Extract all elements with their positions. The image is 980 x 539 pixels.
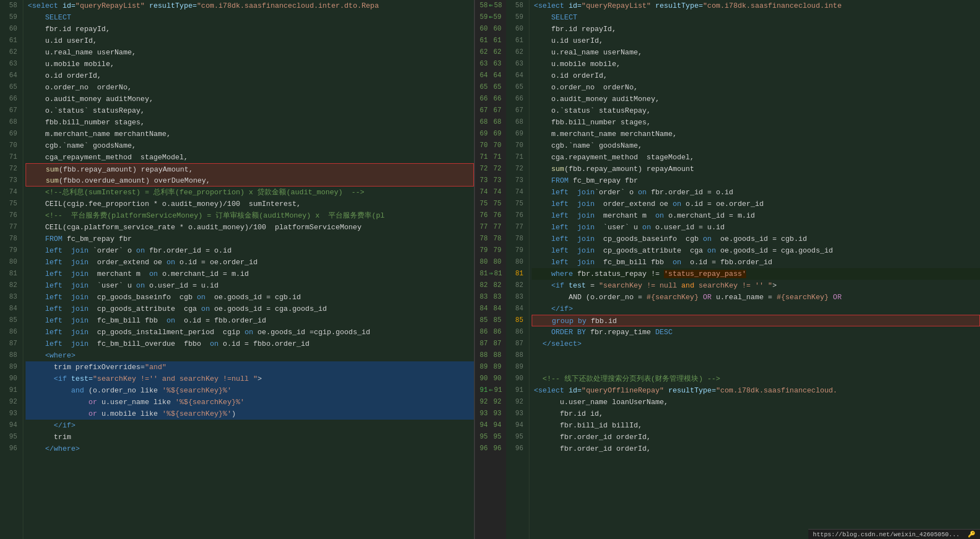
left-line-71: cga_repayment_method stageModel,	[26, 152, 474, 163]
right-line-66: o.audit_money auditMoney,	[532, 93, 980, 105]
right-line-85: group by fbb.id	[532, 315, 980, 326]
left-line-66: o.audit_money auditMoney,	[26, 93, 474, 105]
right-line-91: <select id="queryOfflineRepay" resultTyp…	[532, 385, 980, 396]
right-line-81: where fbr.status_repay != 'status_repay_…	[532, 268, 980, 280]
left-code-lines: <select id="queryRepayList" resultType="…	[23, 0, 474, 539]
left-line-78: FROM fc_bm_repay fbr	[26, 233, 474, 245]
right-line-83: AND (o.order_no = #{searchKey} OR u.real…	[532, 291, 980, 303]
right-pane: 58 59 60 61 62 63 64 65 66 67 68 69 70 7…	[506, 0, 980, 539]
left-line-79: left join `order` o on fbr.order_id = o.…	[26, 245, 474, 256]
left-line-77: CEIL(cga.platform_service_rate * o.audit…	[26, 221, 474, 233]
left-line-61: u.id userId,	[26, 35, 474, 47]
left-line-84: left join cp_goods_attribute cga on oe.g…	[26, 303, 474, 315]
left-line-83: left join cp_goods_baseinfo cgb on oe.go…	[26, 291, 474, 303]
right-line-92: u.user_name loanUserName,	[532, 396, 980, 408]
right-line-90: <!-- 线下还款处理搜索分页列表(财务管理模块) -->	[532, 373, 980, 385]
status-url: https://blog.csdn.net/weixin_42605050...	[813, 531, 959, 538]
right-code-lines: <select id="queryRepayList" resultType="…	[529, 0, 980, 539]
left-line-95: trim	[26, 431, 474, 443]
right-line-77: left join `user` u on o.user_id = u.id	[532, 221, 980, 233]
right-line-76: left join merchant m on o.merchant_id = …	[532, 210, 980, 221]
left-line-63: u.mobile mobile,	[26, 58, 474, 70]
left-line-74: <!--总利息(sumInterest) = 总利率(fee_proportio…	[26, 187, 474, 198]
left-line-64: o.id orderId,	[26, 70, 474, 82]
center-numbers-panel: 58⇐ ⇐58 5959 6060 6161 6262 6363 6464 65…	[475, 0, 506, 539]
left-line-91: and (o.order_no like '%${searchKey}%'	[26, 385, 474, 396]
right-line-78: left join cp_goods_baseinfo cgb on oe.go…	[532, 233, 980, 245]
right-line-82: <if test = "searchKey != null and search…	[532, 280, 980, 291]
left-line-67: o.`status` statusRepay,	[26, 105, 474, 117]
left-line-59: SELECT	[26, 12, 474, 23]
editor-container: 58 59 60 61 62 63 64 65 66 67 68 69 70 7…	[0, 0, 980, 539]
left-line-73: sum(fbbo.overdue_amount) overDueMoney,	[26, 175, 474, 187]
right-line-96: fbr.order_id orderId,	[532, 443, 980, 455]
right-line-62: u.real_name userName,	[532, 47, 980, 58]
left-line-numbers: 58 59 60 61 62 63 64 65 66 67 68 69 70 7…	[0, 0, 23, 539]
right-line-69: m.merchant_name merchantName,	[532, 128, 980, 140]
right-line-95: fbr.order_id orderId,	[532, 431, 980, 443]
left-line-69: m.merchant_name merchantName,	[26, 128, 474, 140]
right-line-94: fbr.bill_id billId,	[532, 420, 980, 431]
left-line-76: <!-- 平台服务费(platformServiceMoney) = 订单审核金…	[26, 210, 474, 221]
right-line-68: fbb.bill_number stages,	[532, 117, 980, 128]
right-line-60: fbr.id repayId,	[532, 23, 980, 35]
right-line-79: left join cp_goods_attribute cga on oe.g…	[532, 245, 980, 256]
left-line-86: left join cp_goods_installment_period cg…	[26, 326, 474, 338]
left-line-75: CEIL(cgip.fee_proportion * o.audit_money…	[26, 198, 474, 210]
left-line-94: </if>	[26, 420, 474, 431]
left-line-70: cgb.`name` goodsName,	[26, 140, 474, 152]
left-line-58: <select id="queryRepayList" resultType="…	[26, 0, 474, 12]
left-line-92: or u.user_name like '%${searchKey}%'	[26, 396, 474, 408]
left-line-60: fbr.id repayId,	[26, 23, 474, 35]
status-bar: https://blog.csdn.net/weixin_42605050...…	[808, 529, 980, 539]
right-line-87: </select>	[532, 338, 980, 350]
left-line-85: left join fc_bm_bill fbb on o.id = fbb.o…	[26, 315, 474, 326]
right-line-65: o.order_no orderNo,	[532, 82, 980, 93]
right-line-80: left join fc_bm_bill fbb on o.id = fbb.o…	[532, 256, 980, 268]
left-line-68: fbb.bill_number stages,	[26, 117, 474, 128]
right-line-84: </if>	[532, 303, 980, 315]
right-line-72: sum(fbb.repay_amount) repayAmount	[532, 163, 980, 175]
right-line-70: cgb.`name` goodsName,	[532, 140, 980, 152]
right-line-93: fbr.id id,	[532, 408, 980, 420]
right-line-73: FROM fc_bm_repay fbr	[532, 175, 980, 187]
left-line-82: left join `user` u on o.user_id = u.id	[26, 280, 474, 291]
left-line-65: o.order_no orderNo,	[26, 82, 474, 93]
left-line-90: <if test="searchKey !='' and searchKey !…	[26, 373, 474, 385]
left-line-72: sum(fbb.repay_amount) repayAmount,	[26, 163, 474, 175]
right-line-64: o.id orderId,	[532, 70, 980, 82]
left-line-62: u.real_name userName,	[26, 47, 474, 58]
left-line-89: trim prefixOverrides="and"	[26, 361, 474, 373]
right-line-59: SELECT	[532, 12, 980, 23]
right-line-58: <select id="queryRepayList" resultType="…	[532, 0, 980, 12]
right-line-86: ORDER BY fbr.repay_time DESC	[532, 326, 980, 338]
left-line-88: <where>	[26, 350, 474, 361]
right-line-89	[532, 361, 980, 373]
left-line-81: left join merchant m on o.merchant_id = …	[26, 268, 474, 280]
left-pane: 58 59 60 61 62 63 64 65 66 67 68 69 70 7…	[0, 0, 475, 539]
left-line-80: left join order_extend oe on o.id = oe.o…	[26, 256, 474, 268]
left-line-93: or u.mobile like '%${searchKey}%')	[26, 408, 474, 420]
right-line-71: cga.repayment_method stageModel,	[532, 152, 980, 163]
left-line-87: left join fc_bm_bill_overdue fbbo on o.i…	[26, 338, 474, 350]
right-line-75: left join order_extend oe on o.id = oe.o…	[532, 198, 980, 210]
right-line-67: o.`status` statusRepay,	[532, 105, 980, 117]
right-line-61: u.id userId,	[532, 35, 980, 47]
left-line-96: </where>	[26, 443, 474, 455]
right-line-74: left join`order` o on fbr.order_id = o.i…	[532, 187, 980, 198]
right-line-numbers: 58 59 60 61 62 63 64 65 66 67 68 69 70 7…	[506, 0, 529, 539]
right-line-88	[532, 350, 980, 361]
right-line-63: u.mobile mobile,	[532, 58, 980, 70]
